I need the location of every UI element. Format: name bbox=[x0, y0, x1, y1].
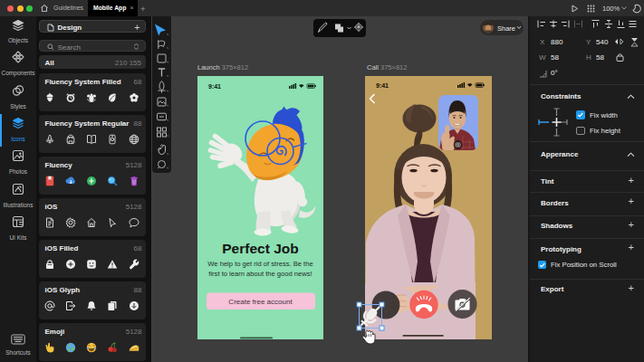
svg-text:Create free account: Create free account bbox=[228, 298, 293, 306]
svg-text:first to learn about the good: first to learn about the good news! bbox=[208, 270, 312, 278]
svg-text:9:41: 9:41 bbox=[208, 83, 221, 90]
svg-text:9:41: 9:41 bbox=[376, 82, 389, 89]
svg-text:We help to get rid of stress.: We help to get rid of stress. Be the bbox=[207, 260, 312, 268]
svg-text:Perfect Job: Perfect Job bbox=[222, 241, 298, 256]
svg-text:Share: Share bbox=[497, 24, 515, 33]
